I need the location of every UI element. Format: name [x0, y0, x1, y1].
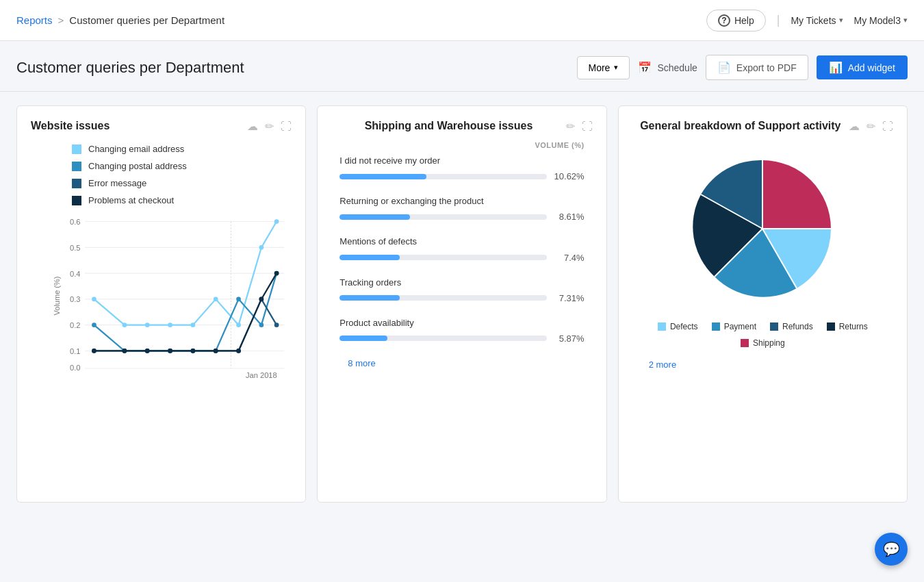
bar-item-1: Returning or exchanging the product 8.61… — [339, 195, 584, 222]
svg-point-19 — [191, 322, 196, 327]
calendar-icon: 📅 — [638, 61, 652, 74]
svg-point-44 — [145, 349, 150, 353]
svg-text:0.5: 0.5 — [70, 244, 80, 252]
nav-model[interactable]: My Model3 ▾ — [854, 15, 908, 26]
legend-color-error — [72, 179, 81, 188]
svg-point-18 — [168, 322, 172, 327]
expand-icon-shipping[interactable]: ⛶ — [582, 121, 593, 133]
shipping-title: Shipping and Warehouse issues — [331, 120, 565, 132]
model-label: My Model3 — [854, 15, 901, 26]
bar-pct-1: 8.61% — [554, 212, 585, 222]
schedule-button[interactable]: 📅 Schedule — [638, 61, 697, 74]
breadcrumb-current: Customer queries per Department — [69, 14, 224, 26]
svg-point-43 — [123, 349, 127, 353]
website-issues-title: Website issues — [31, 120, 247, 132]
bar-item-3: Tracking orders 7.31% — [339, 277, 584, 303]
legend-color-postal — [72, 162, 81, 171]
general-more-link[interactable]: 2 more — [641, 359, 684, 370]
bar-row-4: 5.87% — [339, 333, 584, 344]
add-widget-button[interactable]: 📊 Add widget — [817, 55, 908, 79]
pie-dot-shipping — [741, 339, 749, 347]
bar-label-0: I did not receive my order — [339, 155, 584, 167]
help-icon: ? — [718, 14, 730, 27]
help-button[interactable]: ? Help — [706, 10, 766, 31]
general-title: General breakdown of Support activity — [632, 120, 849, 132]
svg-point-42 — [92, 349, 97, 353]
pie-dot-defects — [658, 322, 666, 331]
widget-header-shipping: Shipping and Warehouse issues ✏ ⛶ — [331, 120, 592, 133]
svg-point-20 — [214, 297, 218, 302]
general-breakdown-widget: General breakdown of Support activity ☁ … — [618, 105, 908, 503]
bar-fill-3 — [339, 295, 400, 301]
widget-actions-general: ☁ ✏ ⛶ — [849, 120, 893, 133]
svg-text:0.3: 0.3 — [70, 295, 80, 303]
svg-text:Jan 2018: Jan 2018 — [246, 371, 277, 378]
widget-actions-shipping: ✏ ⛶ — [566, 120, 593, 133]
upload-icon-general[interactable]: ☁ — [849, 120, 860, 133]
svg-text:0.6: 0.6 — [70, 218, 80, 226]
bar-track-3 — [339, 295, 546, 301]
pie-label-returns: Returns — [839, 322, 868, 331]
website-legend: Changing email address Changing postal a… — [72, 144, 292, 205]
schedule-label: Schedule — [657, 62, 697, 73]
pie-label-refunds: Refunds — [782, 322, 813, 331]
export-button[interactable]: 📄 Export to PDF — [706, 55, 808, 80]
edit-icon[interactable]: ✏ — [265, 120, 274, 133]
bar-fill-1 — [339, 214, 410, 220]
legend-item-error: Error message — [72, 178, 292, 188]
expand-icon[interactable]: ⛶ — [281, 121, 292, 133]
bar-label-1: Returning or exchanging the product — [339, 195, 584, 207]
widget-actions-website: ☁ ✏ ⛶ — [247, 120, 292, 133]
pie-legend-payment: Payment — [712, 322, 756, 331]
bar-fill-2 — [339, 255, 400, 260]
bar-label-3: Tracking orders — [339, 277, 584, 289]
page-title: Customer queries per Department — [16, 59, 244, 77]
nav-divider: | — [777, 13, 780, 27]
bar-pct-0: 10.62% — [554, 171, 585, 181]
svg-point-48 — [236, 349, 241, 353]
bar-track-4 — [339, 336, 546, 341]
pdf-icon: 📄 — [717, 61, 731, 74]
pie-legend-returns: Returns — [827, 322, 868, 331]
svg-point-41 — [274, 322, 279, 327]
bar-label-2: Mentions of defects — [339, 236, 584, 248]
line-chart-area: Volume (%) 0.6 0.5 0.4 0.3 0.2 0.1 0.0 — [64, 211, 292, 380]
breadcrumb-reports[interactable]: Reports — [16, 14, 53, 26]
upload-icon[interactable]: ☁ — [247, 120, 258, 133]
page-header: Customer queries per Department More ▾ 📅… — [0, 41, 924, 91]
legend-item-email: Changing email address — [72, 144, 292, 154]
pie-label-defects: Defects — [670, 322, 698, 331]
legend-color-checkout — [72, 196, 81, 205]
nav-right: ? Help | My Tickets ▾ My Model3 ▾ — [706, 10, 908, 31]
expand-icon-general[interactable]: ⛶ — [882, 121, 893, 133]
bar-row-2: 7.4% — [339, 253, 584, 263]
svg-point-46 — [191, 349, 196, 353]
shipping-more-link[interactable]: 8 more — [339, 358, 383, 368]
svg-text:0.2: 0.2 — [70, 321, 80, 329]
bar-item-0: I did not receive my order 10.62% — [339, 155, 584, 181]
header-actions: More ▾ 📅 Schedule 📄 Export to PDF 📊 Add … — [577, 55, 908, 80]
svg-text:0.1: 0.1 — [70, 347, 80, 355]
svg-point-31 — [259, 322, 264, 327]
nav-tickets[interactable]: My Tickets ▾ — [791, 15, 843, 26]
more-button[interactable]: More ▾ — [577, 56, 630, 79]
bar-label-4: Product availability — [339, 317, 584, 329]
pie-legend-shipping: Shipping — [741, 338, 785, 348]
legend-label-postal: Changing postal address — [88, 161, 187, 171]
top-nav: Reports > Customer queries per Departmen… — [0, 0, 924, 41]
bar-item-4: Product availability 5.87% — [339, 317, 584, 344]
y-axis-label: Volume (%) — [53, 276, 61, 315]
widget-header-website: Website issues ☁ ✏ ⛶ — [31, 120, 292, 133]
svg-point-24 — [92, 322, 97, 327]
pie-chart-container — [632, 147, 893, 311]
bar-pct-3: 7.31% — [554, 293, 585, 303]
edit-icon-shipping[interactable]: ✏ — [566, 120, 575, 133]
pie-legend: Defects Payment Refunds Returns Shipping — [632, 322, 893, 348]
add-widget-label: Add widget — [848, 62, 895, 73]
volume-label: VOLUME (%) — [331, 141, 592, 149]
svg-text:0.0: 0.0 — [70, 364, 80, 372]
bar-pct-2: 7.4% — [554, 253, 585, 263]
edit-icon-general[interactable]: ✏ — [867, 120, 875, 133]
bar-pct-4: 5.87% — [554, 333, 585, 344]
export-label: Export to PDF — [736, 62, 797, 73]
